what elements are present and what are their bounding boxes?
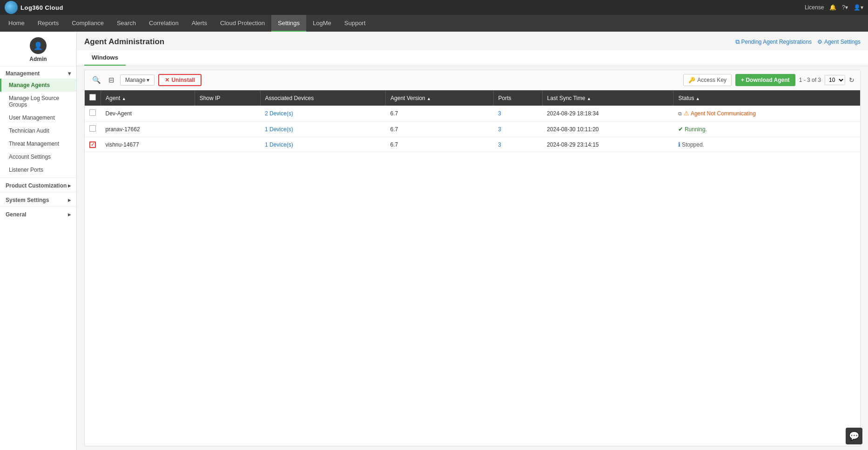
- external-link-icon: ⧉: [678, 111, 682, 117]
- select-all-header[interactable]: [85, 90, 101, 106]
- product-customization-header[interactable]: Product Customization ▸: [0, 179, 76, 191]
- row-checkbox-cell[interactable]: ✓: [85, 137, 101, 152]
- general-label: General: [6, 211, 27, 218]
- row-checkbox[interactable]: ✓: [89, 141, 96, 148]
- admin-icon: 👤: [30, 37, 47, 54]
- per-page-select[interactable]: 10 25 50: [825, 75, 845, 85]
- nav-alerts[interactable]: Alerts: [185, 15, 214, 32]
- agent-sort-icon: [122, 95, 126, 101]
- nav-search[interactable]: Search: [110, 15, 142, 32]
- table-container: Agent Show IP Associated Devices Agent V…: [85, 90, 860, 446]
- row-checkbox-cell[interactable]: [85, 121, 101, 137]
- row-checkbox[interactable]: [89, 125, 96, 132]
- sidebar-product-customization-section: Product Customization ▸: [0, 179, 76, 191]
- status-cell: ℹStopped.: [673, 137, 860, 152]
- content-area: 🔍 ⊟ Manage ▾ ✕ Uninstall 🔑 Access Key: [84, 70, 861, 446]
- version-sort-icon: [427, 95, 431, 101]
- col-agent[interactable]: Agent: [101, 90, 195, 106]
- agent-version: 6.7: [386, 106, 494, 121]
- gear-icon: ⚙: [817, 39, 822, 45]
- associated-devices[interactable]: 2 Device(s): [260, 106, 386, 121]
- logo: Log360 Cloud: [5, 1, 63, 14]
- toolbar-right: 🔑 Access Key + Download Agent 1 - 3 of 3…: [683, 74, 855, 86]
- sidebar-item-listener-ports[interactable]: Listener Ports: [0, 163, 76, 176]
- status-text: Running.: [685, 126, 707, 133]
- search-button[interactable]: 🔍: [90, 75, 103, 85]
- download-agent-button[interactable]: + Download Agent: [735, 74, 795, 86]
- refresh-button[interactable]: ↻: [849, 76, 855, 84]
- main-content: Agent Administration ⧉ Pending Agent Reg…: [77, 32, 868, 450]
- status-text: Stopped.: [682, 141, 704, 148]
- associated-devices[interactable]: 1 Device(s): [260, 121, 386, 137]
- help-icon[interactable]: ?▾: [842, 4, 848, 11]
- table-row: Dev-Agent 2 Device(s) 6.7 3 2024-08-29 1…: [85, 106, 860, 121]
- last-sync-time: 2024-08-29 18:18:34: [542, 106, 673, 121]
- pending-registrations-button[interactable]: ⧉ Pending Agent Registrations: [735, 38, 812, 46]
- nav-settings[interactable]: Settings: [271, 15, 306, 32]
- sidebar-item-log-source-groups[interactable]: Manage Log Source Groups: [0, 92, 76, 111]
- sidebar-divider-3: [0, 206, 76, 207]
- chat-button[interactable]: 💬: [846, 428, 862, 444]
- port-link[interactable]: 3: [493, 137, 542, 152]
- sidebar-item-threat-management[interactable]: Threat Management: [0, 137, 76, 150]
- uninstall-x-icon: ✕: [165, 77, 169, 83]
- general-header[interactable]: General ▸: [0, 208, 76, 220]
- tab-bar: Windows: [77, 50, 868, 66]
- sidebar-general-section: General ▸: [0, 208, 76, 220]
- last-sync-time: 2024-08-30 10:11:20: [542, 121, 673, 137]
- col-sync-time[interactable]: Last Sync Time: [542, 90, 673, 106]
- show-ip: [195, 106, 260, 121]
- col-show-ip[interactable]: Show IP: [195, 90, 260, 106]
- management-section-header[interactable]: Management ▾: [0, 67, 76, 79]
- associated-devices[interactable]: 1 Device(s): [260, 137, 386, 152]
- license-link[interactable]: License: [805, 4, 824, 11]
- sidebar-item-account-settings[interactable]: Account Settings: [0, 150, 76, 163]
- sidebar-top: 👤 Admin: [0, 32, 76, 67]
- agents-table: Agent Show IP Associated Devices Agent V…: [85, 90, 860, 152]
- sidebar-item-technician-audit[interactable]: Technician Audit: [0, 124, 76, 137]
- navbar: Home Reports Compliance Search Correlati…: [0, 15, 868, 32]
- nav-logme[interactable]: LogMe: [306, 15, 338, 32]
- sidebar-item-manage-agents[interactable]: Manage Agents: [0, 79, 76, 92]
- table-row: pranav-17662 1 Device(s) 6.7 3 2024-08-3…: [85, 121, 860, 137]
- col-status[interactable]: Status: [673, 90, 860, 106]
- row-checkbox-cell[interactable]: [85, 106, 101, 121]
- sidebar-admin-label: Admin: [29, 56, 47, 62]
- notification-icon[interactable]: 🔔: [829, 4, 836, 11]
- col-version[interactable]: Agent Version: [386, 90, 494, 106]
- management-collapse-icon: ▾: [68, 70, 71, 77]
- show-ip: [195, 121, 260, 137]
- system-settings-header[interactable]: System Settings ▸: [0, 193, 76, 205]
- nav-home[interactable]: Home: [2, 15, 31, 32]
- col-devices: Associated Devices: [260, 90, 386, 106]
- general-expand-icon: ▸: [68, 211, 71, 218]
- logo-text: Log360 Cloud: [20, 4, 63, 11]
- tab-windows[interactable]: Windows: [84, 50, 126, 66]
- sidebar-item-user-management[interactable]: User Management: [0, 111, 76, 124]
- nav-reports[interactable]: Reports: [31, 15, 66, 32]
- nav-support[interactable]: Support: [338, 15, 372, 32]
- nav-correlation[interactable]: Correlation: [142, 15, 185, 32]
- select-all-checkbox[interactable]: [89, 94, 96, 101]
- product-customization-expand-icon: ▸: [68, 182, 71, 189]
- user-icon[interactable]: 👤▾: [854, 4, 863, 11]
- nav-compliance[interactable]: Compliance: [65, 15, 110, 32]
- main-layout: 👤 Admin Management ▾ Manage Agents Manag…: [0, 32, 868, 450]
- nav-cloud-protection[interactable]: Cloud Protection: [214, 15, 271, 32]
- warning-icon: ⚠: [684, 110, 689, 117]
- status-cell: ⧉⚠Agent Not Communicating: [673, 106, 860, 121]
- filter-button[interactable]: ⊟: [107, 75, 116, 85]
- agent-settings-button[interactable]: ⚙ Agent Settings: [817, 39, 861, 45]
- status-cell: ✔Running.: [673, 121, 860, 137]
- page-header-actions: ⧉ Pending Agent Registrations ⚙ Agent Se…: [735, 38, 861, 46]
- agent-version: 6.7: [386, 121, 494, 137]
- row-checkbox[interactable]: [89, 109, 96, 116]
- sidebar-system-settings-section: System Settings ▸: [0, 193, 76, 205]
- uninstall-button[interactable]: ✕ Uninstall: [158, 74, 202, 86]
- port-link[interactable]: 3: [493, 106, 542, 121]
- topbar: Log360 Cloud License 🔔 ?▾ 👤▾: [0, 0, 868, 15]
- access-key-button[interactable]: 🔑 Access Key: [683, 74, 732, 86]
- port-link[interactable]: 3: [493, 121, 542, 137]
- manage-chevron-icon: ▾: [147, 77, 149, 83]
- manage-button[interactable]: Manage ▾: [120, 74, 155, 86]
